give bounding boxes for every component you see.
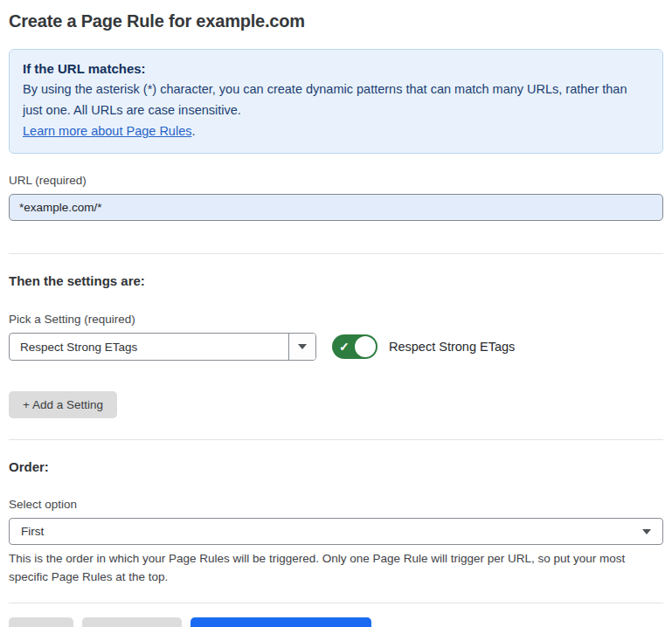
url-match-info-box: If the URL matches: By using the asteris… — [9, 49, 663, 154]
setting-select-value: Respect Strong ETags — [10, 334, 288, 360]
save-and-deploy-button[interactable]: Save and Deploy Page Rule — [191, 617, 372, 627]
toggle-knob — [355, 336, 376, 357]
order-section-heading: Order: — [9, 459, 663, 475]
setting-row: Respect Strong ETags ✓ Respect Strong ET… — [9, 333, 663, 361]
settings-section-heading: Then the settings are: — [9, 273, 663, 289]
order-select-label: Select option — [9, 498, 663, 511]
order-help-text: This is the order in which your Page Rul… — [9, 549, 663, 586]
check-icon: ✓ — [339, 341, 350, 353]
setting-select[interactable]: Respect Strong ETags — [9, 333, 316, 361]
setting-select-arrow-button[interactable] — [288, 334, 315, 360]
link-suffix: . — [191, 124, 195, 138]
toggle-label: Respect Strong ETags — [389, 340, 515, 354]
info-box-link-line: Learn more about Page Rules. — [23, 121, 649, 141]
chevron-down-icon — [642, 529, 651, 534]
url-input[interactable] — [9, 194, 663, 221]
respect-strong-etags-toggle[interactable]: ✓ — [332, 334, 378, 359]
form-footer: Cancel Save as Draft Save and Deploy Pag… — [9, 603, 663, 627]
pick-setting-label: Pick a Setting (required) — [9, 313, 663, 326]
cancel-button[interactable]: Cancel — [9, 617, 73, 627]
page-rule-form: Create a Page Rule for example.com If th… — [0, 0, 672, 627]
save-as-draft-button[interactable]: Save as Draft — [82, 617, 182, 627]
order-select[interactable]: First — [9, 518, 663, 545]
url-field-label: URL (required) — [9, 174, 663, 187]
divider — [9, 439, 663, 440]
info-box-body: By using the asterisk (*) character, you… — [23, 79, 649, 121]
info-box-heading: If the URL matches: — [23, 59, 649, 79]
divider — [9, 253, 663, 254]
chevron-down-icon — [298, 344, 307, 349]
order-select-value: First — [21, 525, 642, 538]
page-title: Create a Page Rule for example.com — [9, 11, 663, 31]
learn-more-link[interactable]: Learn more about Page Rules — [23, 124, 191, 138]
add-setting-button[interactable]: + Add a Setting — [9, 391, 117, 418]
